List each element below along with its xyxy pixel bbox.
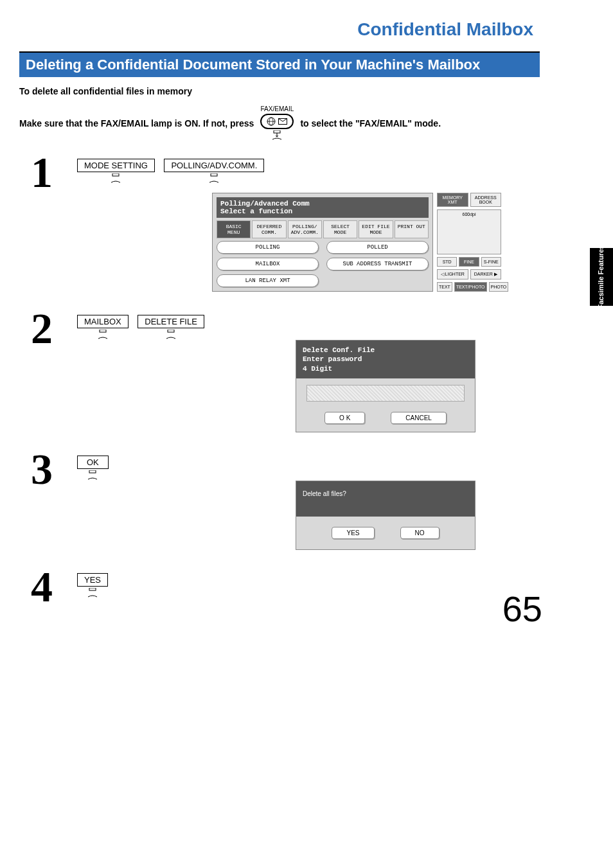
dialog-no-button[interactable]: NO bbox=[400, 527, 440, 539]
svg-rect-5 bbox=[112, 173, 119, 176]
subheader-text: Deleting a Confidential Document Stored … bbox=[19, 53, 540, 77]
svg-rect-6 bbox=[211, 173, 217, 176]
side-tab-label: Facsimile Features bbox=[598, 245, 605, 308]
envelope-icon bbox=[278, 118, 287, 125]
mode-setting-label: MODE SETTING bbox=[77, 159, 155, 172]
yes-label: YES bbox=[77, 573, 108, 587]
press-icon bbox=[270, 130, 284, 141]
step-2-number: 2 bbox=[19, 311, 64, 346]
screen1-title1: Polling/Advanced Comm bbox=[220, 200, 425, 208]
globe-icon bbox=[267, 117, 276, 126]
func-polling[interactable]: POLLING bbox=[217, 241, 319, 254]
mailbox-button[interactable]: MAILBOX bbox=[77, 315, 129, 340]
intro-heading: To delete all confidential files in memo… bbox=[19, 86, 540, 96]
press-icon bbox=[207, 173, 221, 184]
fax-email-button-graphic: FAX/EMAIL bbox=[260, 105, 294, 141]
press-icon bbox=[109, 173, 123, 184]
func-sub-address[interactable]: SUB ADDRESS TRANSMIT bbox=[326, 258, 429, 270]
page-number: 65 bbox=[502, 588, 542, 630]
side-text-photo[interactable]: TEXT/PHOTO bbox=[454, 282, 487, 292]
func-lan-relay[interactable]: LAN RELAY XMT bbox=[217, 274, 319, 287]
svg-rect-4 bbox=[274, 130, 280, 133]
ok-button[interactable]: OK bbox=[77, 456, 109, 481]
press-icon bbox=[96, 330, 110, 340]
tab-basic-menu[interactable]: BASIC MENU bbox=[217, 220, 251, 238]
mailbox-label: MAILBOX bbox=[77, 315, 129, 328]
dialog-ok-button[interactable]: O K bbox=[324, 412, 365, 424]
tab-print-out[interactable]: PRINT OUT bbox=[395, 220, 429, 238]
screen2-line1: Delete Conf. File bbox=[303, 346, 468, 355]
svg-rect-7 bbox=[100, 330, 106, 332]
side-text[interactable]: TEXT bbox=[437, 282, 452, 292]
side-tab: Facsimile Features bbox=[590, 248, 613, 306]
screen1-title2: Select a function bbox=[220, 208, 425, 215]
delete-file-button[interactable]: DELETE FILE bbox=[138, 315, 204, 340]
intro-instruction: Make sure that the FAX/EMAIL lamp is ON.… bbox=[19, 105, 540, 141]
step-4-number: 4 bbox=[19, 569, 64, 604]
password-input[interactable] bbox=[306, 385, 465, 402]
side-lighter[interactable]: ◁ LIGHTER bbox=[437, 269, 468, 279]
func-polled[interactable]: POLLED bbox=[326, 241, 429, 254]
screen-delete-conf: Delete Conf. File Enter password 4 Digit… bbox=[296, 340, 475, 432]
delete-file-label: DELETE FILE bbox=[138, 315, 204, 328]
side-std[interactable]: STD bbox=[437, 257, 457, 267]
svg-rect-8 bbox=[168, 330, 174, 332]
side-600dpi[interactable]: 600dpi bbox=[437, 209, 501, 254]
polling-advcomm-label: POLLING/ADV.COMM. bbox=[164, 159, 264, 172]
dialog-yes-button[interactable]: YES bbox=[332, 527, 374, 539]
press-icon bbox=[85, 470, 100, 481]
dialog-cancel-button[interactable]: CANCEL bbox=[391, 412, 447, 424]
intro-pre: Make sure that the FAX/EMAIL lamp is ON.… bbox=[19, 118, 254, 128]
func-mailbox[interactable]: MAILBOX bbox=[217, 258, 319, 270]
tab-deferred-comm[interactable]: DEFERRED COMM. bbox=[252, 220, 286, 238]
subheader-bar: Deleting a Confidential Document Stored … bbox=[19, 51, 540, 77]
svg-rect-9 bbox=[89, 470, 96, 473]
side-address-book[interactable]: ADDRESS BOOK bbox=[470, 193, 502, 207]
ok-label: OK bbox=[77, 456, 109, 469]
step-3-number: 3 bbox=[19, 452, 64, 486]
tab-edit-file[interactable]: EDIT FILE MODE bbox=[359, 220, 393, 238]
svg-rect-10 bbox=[89, 588, 96, 590]
side-photo[interactable]: PHOTO bbox=[489, 282, 509, 292]
yes-button[interactable]: YES bbox=[77, 573, 108, 598]
screen3-prompt: Delete all files? bbox=[303, 490, 468, 497]
fax-email-label: FAX/EMAIL bbox=[261, 105, 294, 112]
step-1-number: 1 bbox=[19, 155, 64, 190]
mode-setting-button[interactable]: MODE SETTING bbox=[77, 159, 155, 184]
section-title: Confidential Mailbox bbox=[19, 19, 533, 40]
tab-select-mode[interactable]: SELECT MODE bbox=[323, 220, 357, 238]
press-icon bbox=[85, 588, 100, 598]
tab-polling-adv[interactable]: POLLING/ ADV.COMM. bbox=[288, 220, 322, 238]
polling-advcomm-button[interactable]: POLLING/ADV.COMM. bbox=[164, 159, 264, 184]
side-darker[interactable]: DARKER ▶ bbox=[470, 269, 502, 279]
press-icon bbox=[164, 330, 178, 340]
screen-polling-adv: Polling/Advanced Comm Select a function … bbox=[212, 193, 501, 292]
intro-post: to select the "FAX/EMAIL" mode. bbox=[300, 118, 441, 128]
side-sfine[interactable]: S-FINE bbox=[481, 257, 501, 267]
side-memory-xmt[interactable]: MEMORY XMT bbox=[437, 193, 468, 207]
screen2-line3: 4 Digit bbox=[303, 364, 468, 373]
side-fine[interactable]: FINE bbox=[459, 257, 479, 267]
screen-delete-confirm: Delete all files? YES NO bbox=[296, 481, 475, 550]
screen2-line2: Enter password bbox=[303, 355, 468, 364]
